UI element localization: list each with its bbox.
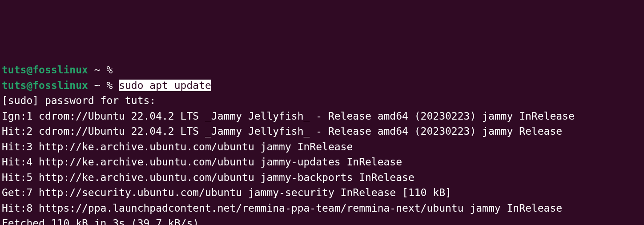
prompt-path: ~ xyxy=(88,64,107,76)
apt-output-line: Hit:8 https://ppa.launchpadcontent.net/r… xyxy=(2,201,642,216)
prompt-user: tuts xyxy=(2,64,26,76)
sudo-password-prompt: [sudo] password for tuts: xyxy=(2,93,642,108)
prompt-user: tuts xyxy=(2,80,26,91)
apt-output-line: Ign:1 cdrom://Ubuntu 22.04.2 LTS _Jammy … xyxy=(2,108,642,124)
prompt-host: fosslinux xyxy=(32,80,88,91)
apt-output-line: Hit:3 http://ke.archive.ubuntu.com/ubunt… xyxy=(2,139,642,155)
prompt-at: @ xyxy=(26,80,32,91)
apt-output-line: Fetched 110 kB in 3s (39.7 kB/s) xyxy=(2,216,642,225)
prompt-at: @ xyxy=(26,64,32,76)
prompt-symbol: % xyxy=(106,80,119,91)
prompt-symbol: % xyxy=(106,64,119,76)
prompt-path: ~ xyxy=(88,80,107,91)
prompt-line-1: tuts@fosslinux ~ % xyxy=(2,62,642,78)
apt-output-line: Hit:5 http://ke.archive.ubuntu.com/ubunt… xyxy=(2,170,642,185)
command-input[interactable]: sudo apt update xyxy=(119,80,211,91)
apt-output-line: Hit:4 http://ke.archive.ubuntu.com/ubunt… xyxy=(2,154,642,170)
apt-output-line: Hit:2 cdrom://Ubuntu 22.04.2 LTS _Jammy … xyxy=(2,124,642,139)
prompt-line-2: tuts@fosslinux ~ % sudo apt update xyxy=(2,78,642,93)
prompt-host: fosslinux xyxy=(32,64,88,76)
apt-output-line: Get:7 http://security.ubuntu.com/ubuntu … xyxy=(2,185,642,201)
terminal-output: tuts@fosslinux ~ % tuts@fosslinux ~ % su… xyxy=(2,62,642,225)
